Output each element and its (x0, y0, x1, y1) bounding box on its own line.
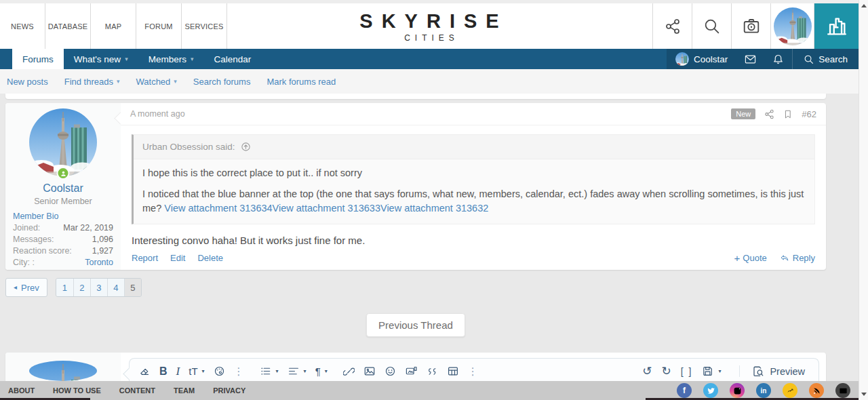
alignment-button[interactable] (288, 365, 300, 377)
page-button-5-current[interactable]: 5 (124, 279, 141, 296)
post-number-link[interactable]: #62 (802, 109, 816, 119)
insert-image-icon[interactable] (363, 365, 376, 377)
save-draft-icon[interactable] (702, 365, 713, 377)
insert-table-icon[interactable] (447, 365, 459, 377)
forum-navbar: Forums What's new▾ Members▾ Calendar Coo… (0, 49, 859, 69)
field-label: Joined: (13, 222, 40, 234)
share-icon[interactable] (764, 109, 774, 119)
account-menu[interactable]: Coolstar (667, 49, 736, 69)
subnav-mark-forums-read[interactable]: Mark forums read (267, 77, 336, 87)
page-button-3[interactable]: 3 (90, 279, 107, 296)
avatar (29, 361, 97, 381)
trending-icon[interactable] (783, 383, 797, 398)
insert-link-icon[interactable] (343, 365, 355, 377)
font-size-button[interactable]: tT (189, 366, 197, 376)
view-attachment-link[interactable]: View attachment 313633 (273, 203, 380, 214)
online-status-badge (57, 167, 70, 180)
camera-button[interactable] (731, 3, 770, 49)
undo-icon[interactable]: ↺ (642, 365, 652, 377)
subnav-search-forums[interactable]: Search forums (193, 77, 251, 87)
header-nav-services[interactable]: SERVICES (182, 3, 227, 49)
building-icon (825, 15, 848, 38)
tab-members[interactable]: Members▾ (138, 49, 204, 69)
footer-link-how-to-use[interactable]: HOW TO USE (53, 386, 101, 395)
rss-icon[interactable] (809, 383, 824, 398)
bookmark-icon[interactable] (783, 109, 793, 119)
twitter-icon[interactable] (703, 383, 718, 398)
edit-link[interactable]: Edit (170, 253, 185, 263)
author-field-city: City: : Toronto (13, 257, 113, 268)
footer-link-about[interactable]: ABOUT (8, 386, 35, 395)
list-button[interactable] (260, 365, 272, 377)
view-attachment-link[interactable]: View attachment 313634 (164, 203, 272, 214)
text-color-icon[interactable] (214, 365, 225, 377)
remove-formatting-icon[interactable] (139, 365, 151, 377)
insert-quote-icon[interactable] (427, 366, 438, 376)
header-nav-forum[interactable]: FORUM (136, 3, 182, 49)
author-title: Senior Member (13, 197, 113, 206)
bold-button[interactable]: B (159, 366, 167, 377)
avatar[interactable] (29, 108, 97, 176)
page-button-2[interactable]: 2 (73, 279, 90, 296)
username: Coolstar (694, 54, 728, 64)
navbar-right: Coolstar Search (667, 49, 859, 69)
more-options-icon[interactable]: ⋮ (468, 365, 478, 378)
insert-media-icon[interactable] (405, 365, 418, 377)
page-button-4[interactable]: 4 (107, 279, 124, 296)
header-nav-database[interactable]: DATABASE (45, 3, 91, 49)
prev-page-button[interactable]: ◂ Prev (5, 278, 47, 297)
jump-to-post-icon[interactable] (241, 142, 251, 152)
preview-button[interactable]: Preview (739, 365, 809, 377)
share-button[interactable] (652, 3, 692, 49)
tab-forums[interactable]: Forums (12, 49, 64, 69)
italic-button[interactable]: I (176, 365, 180, 377)
reply-button[interactable]: Reply (779, 253, 815, 263)
tab-whats-new[interactable]: What's new▾ (64, 49, 138, 69)
footer-link-privacy[interactable]: PRIVACY (213, 386, 245, 395)
author-field-messages: Messages: 1,096 (13, 234, 113, 245)
delete-link[interactable]: Delete (197, 253, 223, 263)
quote-label: Quote (743, 253, 766, 263)
member-bio-link[interactable]: Member Bio (13, 211, 113, 222)
tab-calendar[interactable]: Calendar (203, 49, 261, 69)
post-timestamp[interactable]: A moment ago (130, 109, 185, 119)
paragraph-format-button[interactable]: ¶ (315, 366, 321, 376)
conversations-button[interactable] (736, 49, 764, 69)
alerts-button[interactable] (764, 49, 792, 69)
skyrise-app-button[interactable] (814, 3, 859, 49)
author-field-joined: Joined: Mar 22, 2019 (13, 222, 113, 234)
header-avatar-button[interactable] (770, 3, 814, 49)
more-options-icon[interactable]: ⋮ (234, 365, 244, 378)
linkedin-icon[interactable]: in (756, 383, 771, 398)
page-button-1[interactable]: 1 (56, 279, 73, 296)
scrollbar[interactable] (859, 0, 868, 400)
report-link[interactable]: Report (132, 253, 158, 263)
instagram-icon[interactable] (730, 383, 745, 398)
bbcode-toggle-icon[interactable]: [ ] (681, 366, 693, 377)
search-icon (703, 18, 720, 35)
person-icon (59, 169, 67, 178)
footer-link-team[interactable]: TEAM (174, 386, 195, 395)
facebook-icon[interactable]: f (677, 383, 692, 398)
previous-thread-button[interactable]: Previous Thread (366, 313, 465, 337)
email-icon[interactable] (835, 383, 850, 398)
subnav-find-threads[interactable]: Find threads▾ (64, 77, 120, 87)
redo-icon[interactable]: ↻ (661, 365, 671, 377)
quote-button[interactable]: +Quote (734, 253, 767, 263)
footer-link-content[interactable]: CONTENT (119, 386, 155, 395)
header-nav-map[interactable]: MAP (91, 3, 136, 49)
scrollbar-down-arrow[interactable] (861, 393, 867, 396)
author-name-link[interactable]: Coolstar (13, 182, 113, 195)
scrollbar-up-arrow[interactable] (861, 4, 867, 7)
header-nav-news[interactable]: NEWS (0, 3, 45, 49)
navbar-search-button[interactable]: Search (792, 49, 859, 69)
subnav-watched[interactable]: Watched▾ (136, 77, 177, 87)
chevron-down-icon: ▾ (191, 56, 194, 62)
view-attachment-link[interactable]: View attachment 313632 (380, 203, 488, 214)
subnav-new-posts[interactable]: New posts (7, 77, 48, 87)
tab-members-label: Members (149, 54, 186, 64)
smilies-icon[interactable] (384, 365, 396, 377)
chevron-down-icon: ▾ (276, 368, 279, 374)
header-search-button[interactable] (692, 3, 731, 49)
field-value-link[interactable]: Toronto (85, 257, 113, 268)
